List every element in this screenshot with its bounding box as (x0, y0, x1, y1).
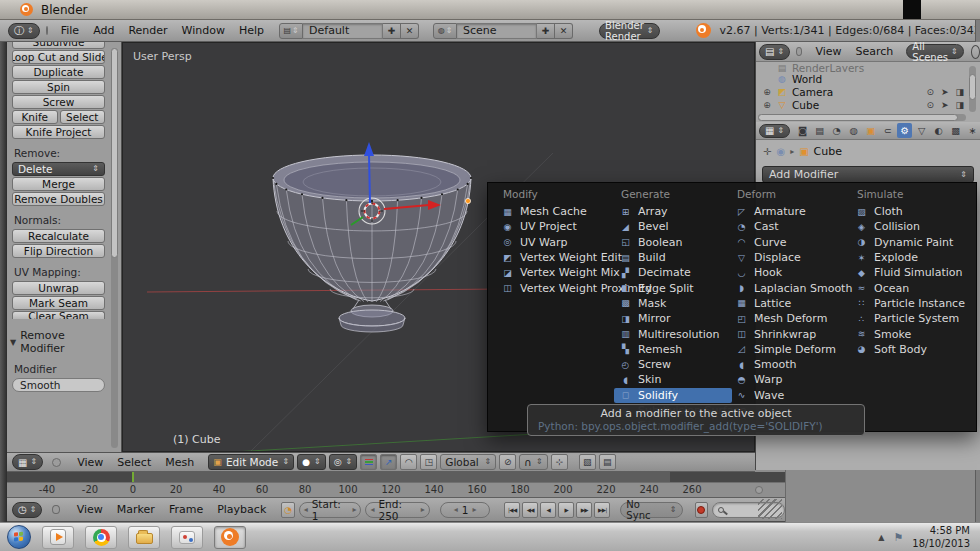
jump-to-end-button[interactable]: ▶▶| (594, 502, 610, 518)
expand-icon[interactable]: ⊕ (762, 87, 772, 97)
translate-manipulator-button[interactable]: ↗ (380, 454, 397, 470)
modifier-item-skin[interactable]: ◖Skin (614, 372, 746, 387)
taskbar-chrome-button[interactable] (85, 526, 117, 549)
tool-select[interactable]: Select (60, 110, 106, 124)
menu-playback[interactable]: Playback (217, 503, 266, 516)
modifier-item-mask[interactable]: ▩Mask (614, 296, 746, 311)
modifier-item-laplacian-smooth[interactable]: ◗Laplacian Smooth (730, 280, 852, 295)
modifier-item-smooth[interactable]: ◖Smooth (730, 357, 852, 372)
menu-view[interactable]: View (815, 45, 841, 58)
current-frame-field[interactable]: ◂1▸ (440, 502, 491, 518)
modifier-item-edge-split[interactable]: ◧Edge Split (614, 280, 746, 295)
add-modifier-button[interactable]: Add Modifier⇕ (762, 166, 974, 183)
tool-remove-doubles[interactable]: Remove Doubles (12, 192, 105, 206)
menu-select[interactable]: Select (117, 456, 151, 469)
tool-clear-seam[interactable]: Clear Seam (12, 311, 105, 319)
scene-tab[interactable]: ◔ (829, 123, 844, 138)
modifier-item-cloth[interactable]: ▨Cloth (850, 204, 965, 219)
jump-to-start-button[interactable]: |◀◀ (504, 502, 520, 518)
outliner-filter-dropdown[interactable]: All Scenes⇕ (906, 44, 963, 59)
menu-view[interactable]: View (77, 503, 103, 516)
action-center-flag-icon[interactable]: ⚑ (893, 531, 903, 544)
play-reverse-button[interactable]: ◀ (540, 502, 556, 518)
menu-help[interactable]: Help (239, 24, 264, 37)
constraints-tab[interactable]: ⊂ (880, 123, 895, 138)
scene-name-field[interactable]: Scene (457, 23, 537, 39)
modifier-item-warp[interactable]: ◓Warp (730, 372, 852, 387)
modifier-item-build[interactable]: ▤Build (614, 250, 746, 265)
modifier-name-field[interactable]: Smooth (12, 378, 105, 392)
taskbar-blender-button[interactable] (214, 526, 246, 549)
outliner-row-renderlayers[interactable]: ▤RenderLayers (762, 63, 980, 72)
modifier-item-wave[interactable]: ∿Wave (730, 388, 852, 403)
modifier-item-explode[interactable]: ✶Explode (850, 250, 965, 265)
scene-browse-icon[interactable]: ◍⇕ (433, 23, 457, 39)
tool-duplicate[interactable]: Duplicate (12, 65, 105, 79)
tool-knife-project[interactable]: Knife Project (12, 125, 105, 139)
renderable-camera-icon[interactable]: ◨ (955, 87, 964, 97)
timeline-band[interactable] (7, 472, 785, 482)
menu-marker[interactable]: Marker (117, 503, 155, 516)
region-resize-grip[interactable] (758, 499, 782, 519)
scale-manipulator-button[interactable]: ◳ (420, 454, 437, 470)
timeline-ruler[interactable]: -40-200204060801001201401601802002202402… (7, 482, 785, 497)
tool-mark-seam[interactable]: Mark Seam (12, 296, 105, 310)
scene-delete-button[interactable]: ✕ (555, 23, 573, 39)
timeline-collapse-dot[interactable] (52, 505, 59, 514)
taskbar-clock[interactable]: 4:58 PM 18/10/2013 (912, 524, 970, 550)
modifier-item-remesh[interactable]: ▚Remesh (614, 342, 746, 357)
modifier-item-smoke[interactable]: ≋Smoke (850, 326, 965, 341)
menu-view[interactable]: View (77, 456, 103, 469)
taskbar-media-player-button[interactable] (42, 526, 74, 549)
modifier-item-bevel[interactable]: ◢Bevel (614, 219, 746, 234)
editor-type-selector[interactable]: ⓘ⇕ (8, 23, 40, 39)
play-button[interactable]: ▶ (558, 502, 574, 518)
outliner-row-camera[interactable]: ⊕◩Camera⊙➤◨ (762, 85, 980, 98)
pin-icon[interactable]: ✛ (763, 146, 771, 157)
modifier-item-displace[interactable]: ▽Displace (730, 250, 852, 265)
pivot-dropdown[interactable]: ◎⇕ (329, 454, 358, 470)
manipulator-toggle-button[interactable] (360, 454, 377, 470)
modifier-item-mirror[interactable]: ◨Mirror (614, 311, 746, 326)
window-titlebar[interactable]: Blender (0, 0, 980, 20)
snap-element-button[interactable]: ⊹ (551, 454, 568, 470)
modifier-item-solidify[interactable]: ◻Solidify (614, 388, 732, 403)
timeline-collapse-icon[interactable] (755, 486, 763, 494)
current-frame-marker[interactable] (132, 472, 134, 482)
menu-file[interactable]: File (61, 24, 79, 37)
tool-recalculate[interactable]: Recalculate (12, 229, 105, 243)
outliner-editor-selector[interactable]: ▤⇕ (759, 44, 790, 60)
timeline-editor-selector[interactable]: ◷⇕ (12, 502, 42, 518)
modifier-item-ocean[interactable]: ≈Ocean (850, 280, 965, 295)
tool-flip-direction[interactable]: Flip Direction (12, 244, 105, 258)
render-opengl-anim-button[interactable]: ▤ (599, 454, 616, 470)
taskbar-explorer-button[interactable] (128, 526, 160, 549)
search-icon[interactable] (971, 45, 980, 59)
modifier-item-hook[interactable]: ◡Hook (730, 265, 852, 280)
menu-render[interactable]: Render (128, 24, 167, 37)
render-engine-dropdown[interactable]: Blender Render⇕ (599, 23, 659, 39)
tool-unwrap[interactable]: Unwrap (12, 281, 105, 295)
menu-search[interactable]: Search (856, 45, 894, 58)
object-data-tab[interactable]: ▽ (914, 123, 929, 138)
rotate-manipulator-button[interactable]: ◠ (400, 454, 417, 470)
outliner-collapse-icon[interactable] (796, 47, 802, 56)
tool-knife[interactable]: Knife (12, 110, 58, 124)
selectable-cursor-icon[interactable]: ➤ (941, 100, 949, 110)
modifier-item-armature[interactable]: ◸Armature (730, 204, 852, 219)
properties-editor-selector[interactable]: ▦⇕ (759, 124, 790, 138)
render-tab[interactable]: ◙ (795, 123, 810, 138)
proportional-edit-button[interactable]: ⊘ (499, 454, 516, 470)
auto-keyframe-button[interactable] (695, 502, 708, 518)
modifier-item-mesh-deform[interactable]: ◰Mesh Deform (730, 311, 852, 326)
use-preview-range-button[interactable]: ◔ (281, 502, 294, 518)
modifier-item-screw[interactable]: ◴Screw (614, 357, 746, 372)
sync-dropdown[interactable]: No Sync⇕ (620, 502, 682, 518)
modifier-item-soft-body[interactable]: ◕Soft Body (850, 342, 965, 357)
layout-add-button[interactable]: ✚ (383, 23, 401, 39)
tray-expand-icon[interactable]: ▲ (878, 533, 884, 542)
modifier-item-particle-system[interactable]: ∴Particle System (850, 311, 965, 326)
header-collapse-icon[interactable] (46, 26, 48, 35)
frame-start-field[interactable]: ◂Start: 1▸ (299, 502, 362, 518)
selectable-cursor-icon[interactable]: ➤ (941, 87, 949, 97)
